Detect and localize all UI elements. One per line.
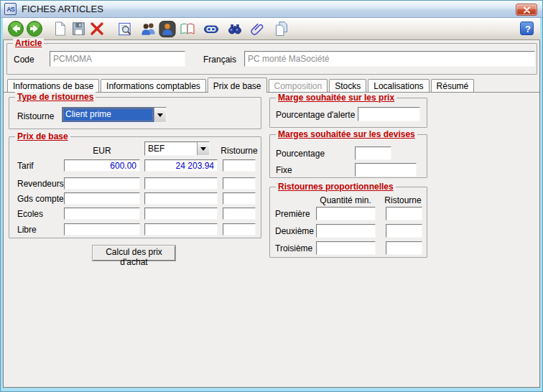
marge-prix-title: Marge souhaitée sur les prix: [276, 93, 396, 103]
troisieme-label: Troisième: [275, 243, 312, 253]
ristourne-column-header: Ristourne: [221, 146, 258, 156]
contacts-icon: [140, 20, 157, 37]
gds-comptes-label: Gds comptes: [17, 194, 68, 204]
article-group-title: Article: [13, 38, 44, 48]
ristourne-label: Ristourne: [17, 111, 54, 121]
tab-resume[interactable]: Résumé: [431, 79, 475, 92]
forward-icon: [26, 20, 43, 37]
tarif-eur-input[interactable]: [64, 159, 140, 172]
app-window: AS FICHES ARTICLES: [0, 0, 543, 392]
libre-eur-input[interactable]: [64, 223, 140, 235]
print-preview-button[interactable]: [115, 19, 134, 38]
revendeurs-eur-input[interactable]: [64, 177, 140, 190]
tab-localisations[interactable]: Localisations: [368, 79, 429, 92]
delete-button[interactable]: [88, 19, 106, 38]
tarif-label: Tarif: [17, 161, 34, 171]
dropdown-arrow-icon[interactable]: [197, 142, 209, 155]
link-button[interactable]: [202, 19, 221, 38]
quantite-min-column-header: Quantité min.: [315, 195, 376, 205]
marges-devises-title: Marges souhaitée sur les devises: [276, 129, 417, 139]
currency-select[interactable]: BEF: [144, 141, 210, 156]
deuxieme-quantite-input[interactable]: [316, 224, 376, 238]
preview-icon: [116, 21, 133, 37]
toolbar: ?: [3, 18, 540, 40]
revendeurs-label: Revendeurs: [17, 179, 64, 189]
tab-composition: Composition: [269, 79, 328, 92]
tab-bar: Informations de base Informations compta…: [4, 77, 539, 93]
tab-informations-comptables[interactable]: Informations comptables: [101, 79, 206, 92]
troisieme-quantite-input[interactable]: [316, 241, 376, 255]
dropdown-arrow-icon[interactable]: [154, 108, 166, 122]
contacts-button[interactable]: [139, 19, 158, 38]
paperclip-icon: [249, 20, 265, 37]
app-logo-icon: AS: [4, 3, 17, 15]
back-icon: [7, 20, 24, 37]
ristournes-prop-title: Ristournes proportionnelles: [276, 182, 396, 192]
back-button[interactable]: [6, 19, 25, 38]
francais-label: Français: [203, 55, 236, 65]
gds-comptes-eur-input[interactable]: [64, 192, 140, 205]
close-button[interactable]: [516, 4, 537, 16]
delete-icon: [88, 20, 106, 37]
copy-icon: [273, 20, 290, 37]
revendeurs-devise-input[interactable]: [144, 177, 218, 190]
ristourne-prop-column-header: Ristourne: [384, 195, 422, 205]
ecoles-ristourne-input[interactable]: [223, 207, 256, 220]
close-icon: [523, 6, 531, 14]
tab-informations-de-base[interactable]: Informations de base: [7, 79, 99, 92]
tarif-ristourne-input[interactable]: [223, 159, 256, 172]
libre-label: Libre: [17, 225, 37, 235]
premiere-label: Première: [275, 209, 310, 219]
ecoles-label: Ecoles: [17, 209, 43, 219]
tab-prix-de-base[interactable]: Prix de base: [208, 78, 267, 93]
premiere-ristourne-input[interactable]: [386, 207, 422, 220]
help-button[interactable]: ?: [520, 22, 534, 35]
fixe-input[interactable]: [355, 163, 417, 177]
book-icon: [179, 20, 196, 37]
gds-comptes-devise-input[interactable]: [144, 192, 218, 205]
libre-devise-input[interactable]: [144, 223, 218, 235]
pourcentage-alerte-label: Pourcentage d'alerte: [276, 110, 355, 120]
deuxieme-ristourne-input[interactable]: [386, 224, 422, 238]
premiere-quantite-input[interactable]: [316, 207, 376, 220]
window-title: FICHES ARTICLES: [22, 4, 103, 14]
code-input[interactable]: [50, 51, 185, 67]
attachment-button[interactable]: [248, 19, 266, 38]
gds-comptes-ristourne-input[interactable]: [223, 192, 256, 205]
tab-stocks[interactable]: Stocks: [329, 79, 366, 92]
save-icon: [70, 21, 86, 37]
libre-ristourne-input[interactable]: [223, 223, 256, 235]
catalog-button[interactable]: [178, 19, 197, 38]
prix-de-base-title: Prix de base: [15, 131, 70, 141]
current-user-button[interactable]: [158, 19, 177, 38]
tarif-devise-input[interactable]: [144, 159, 218, 172]
pourcentage-label: Pourcentage: [276, 149, 325, 159]
forward-button[interactable]: [25, 19, 44, 38]
ristourne-selected-value: Client prime: [62, 108, 154, 122]
type-ristournes-title: Type de ristournes: [15, 92, 96, 102]
copy-button[interactable]: [272, 19, 291, 38]
pourcentage-alerte-input[interactable]: [358, 107, 420, 121]
calcul-prix-achat-button[interactable]: Calcul des prix d'achat: [93, 246, 175, 261]
fixe-label: Fixe: [276, 165, 292, 175]
revendeurs-ristourne-input[interactable]: [223, 177, 256, 190]
eur-column-header: EUR: [64, 146, 140, 156]
troisieme-ristourne-input[interactable]: [386, 241, 422, 255]
currency-selected-value: BEF: [145, 142, 197, 155]
ecoles-eur-input[interactable]: [64, 207, 140, 220]
ecoles-devise-input[interactable]: [144, 207, 218, 220]
user-icon: [159, 20, 176, 38]
save-button[interactable]: [69, 19, 88, 38]
francais-input[interactable]: [244, 51, 535, 67]
link-icon: [203, 20, 220, 37]
new-record-button[interactable]: [50, 19, 69, 38]
ristourne-select[interactable]: Client prime: [62, 107, 167, 123]
code-label: Code: [14, 55, 34, 65]
deuxieme-label: Deuxième: [275, 226, 314, 236]
titlebar: AS FICHES ARTICLES: [1, 1, 542, 18]
binoculars-icon: [226, 20, 243, 37]
pourcentage-input[interactable]: [355, 146, 391, 160]
search-button[interactable]: [226, 19, 244, 38]
new-document-icon: [52, 21, 68, 37]
